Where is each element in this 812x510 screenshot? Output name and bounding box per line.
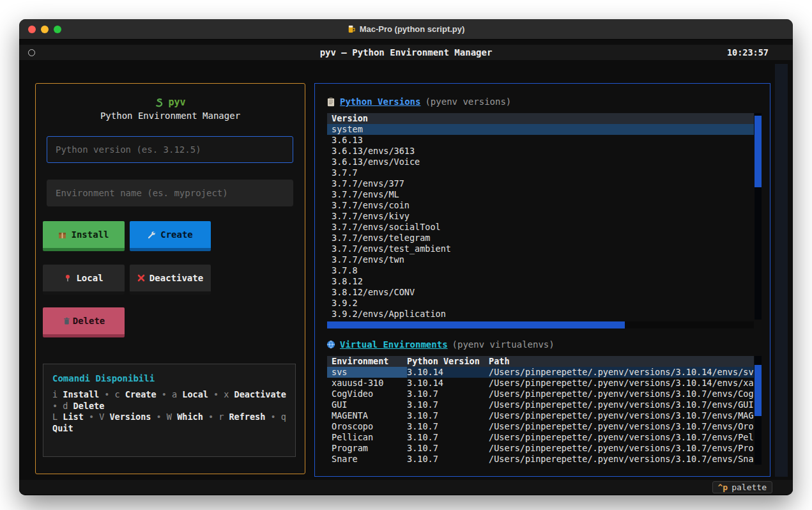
minimize-button[interactable] (41, 26, 49, 33)
version-row[interactable]: 3.7.7/envs/ML (327, 189, 754, 200)
create-button[interactable]: Create (130, 221, 211, 251)
version-row[interactable]: system (327, 124, 754, 135)
wrench-icon (148, 231, 156, 239)
venv-row[interactable]: Oroscopo3.10.7/Users/pinperepette/.pyenv… (327, 421, 754, 432)
venvs-col-environment: Environment (327, 356, 407, 367)
version-row[interactable]: 3.8.12/envs/CONV (327, 287, 754, 298)
control-panel: pyv Python Environment Manager Install (35, 83, 305, 474)
venv-row[interactable]: GUI3.10.7/Users/pinperepette/.pyenv/vers… (327, 399, 754, 410)
venv-cell: 3.10.7 (407, 389, 489, 399)
venv-cell: /Users/pinperepette/.pyenv/versions/3.10… (489, 389, 754, 399)
venvs-section-header: Virtual Environments (pyenv virtualenvs) (326, 339, 555, 350)
venv-cell: CogVideo (327, 389, 407, 399)
terminal-screen: pyv — Python Environment Manager 10:23:5… (19, 40, 793, 495)
versions-list: system3.6.133.6.13/envs/36133.6.13/envs/… (327, 124, 754, 320)
python-version-input[interactable] (47, 136, 293, 163)
version-row[interactable]: 3.9.2/envs/Application (327, 309, 754, 320)
help-title: Comandi Disponibili (52, 373, 286, 383)
venv-row[interactable]: CogVideo3.10.7/Users/pinperepette/.pyenv… (327, 389, 754, 399)
venv-row[interactable]: Pellican3.10.7/Users/pinperepette/.pyenv… (327, 432, 754, 443)
versions-horizontal-scrollbar-thumb[interactable] (327, 321, 625, 328)
deactivate-button[interactable]: Deactivate (130, 265, 211, 295)
create-button-label: Create (160, 229, 193, 240)
version-row[interactable]: 3.7.7/envs/377 (327, 178, 754, 189)
venvs-title: Virtual Environments (340, 339, 448, 350)
venv-cell: svs (327, 367, 407, 378)
deactivate-button-label: Deactivate (149, 273, 203, 283)
venv-cell: /Users/pinperepette/.pyenv/versions/3.10… (489, 410, 754, 421)
versions-column-header[interactable]: Version (327, 113, 754, 124)
versions-section-header: Python Versions (pyenv versions) (326, 97, 511, 107)
venvs-column-headers[interactable]: Environment Python Version Path (327, 356, 754, 367)
venv-cell: /Users/pinperepette/.pyenv/versions/3.10… (489, 432, 754, 443)
venv-cell: /Users/pinperepette/.pyenv/versions/3.10… (489, 378, 754, 389)
version-row[interactable]: 3.9.2 (327, 298, 754, 309)
app-footer: ^p palette (19, 480, 793, 494)
version-row[interactable]: 3.7.7/envs/socialTool (327, 222, 754, 233)
zoom-button[interactable] (54, 26, 61, 33)
help-line: i Install • c Create • a Local • x Deact… (52, 389, 286, 401)
version-row[interactable]: 3.7.7/envs/coin (327, 200, 754, 211)
versions-vertical-scrollbar[interactable] (755, 113, 762, 320)
venv-cell: MAGENTA (327, 410, 407, 421)
venv-cell: Pellican (327, 432, 407, 443)
venv-cell: 3.10.7 (407, 443, 489, 454)
window-titlebar[interactable]: Mac-Pro (python script.py) (19, 19, 793, 40)
app-subtitle: Python Environment Manager (36, 111, 305, 121)
window-title-text: Mac-Pro (python script.py) (360, 24, 465, 34)
local-button-label: Local (76, 273, 103, 283)
venvs-vertical-scrollbar-thumb[interactable] (755, 365, 762, 416)
venv-cell: 3.10.7 (407, 421, 489, 432)
versions-horizontal-scrollbar[interactable] (327, 321, 754, 328)
palette-button[interactable]: ^p palette (712, 481, 772, 493)
venv-row[interactable]: Snare3.10.7/Users/pinperepette/.pyenv/ve… (327, 454, 754, 465)
help-line: Quit (52, 423, 286, 435)
help-line: L List • V Versions • W Which • r Refres… (52, 412, 286, 423)
version-row[interactable]: 3.7.7/envs/test_ambient (327, 243, 754, 254)
pin-icon (64, 274, 72, 282)
app-logo: pyv (36, 97, 305, 108)
version-row[interactable]: 3.6.13/envs/3613 (327, 146, 754, 157)
venv-row[interactable]: svs3.10.14/Users/pinperepette/.pyenv/ver… (327, 367, 754, 378)
venvs-table: Environment Python Version Path svs3.10.… (327, 356, 754, 465)
clipboard-icon (326, 97, 335, 107)
palette-label: palette (732, 483, 767, 492)
window-title: Mac-Pro (python script.py) (19, 24, 793, 34)
terminal-scrollbar[interactable] (775, 64, 788, 477)
local-button[interactable]: Local (43, 265, 125, 295)
versions-vertical-scrollbar-thumb[interactable] (755, 116, 762, 187)
venv-cell: 3.10.7 (407, 432, 489, 443)
environment-name-input[interactable] (47, 180, 293, 206)
version-row[interactable]: 3.6.13/envs/Voice (327, 157, 754, 167)
version-row[interactable]: 3.6.13 (327, 135, 754, 146)
versions-subtitle: (pyenv versions) (425, 97, 511, 107)
version-row[interactable]: 3.7.8 (327, 265, 754, 276)
venv-row[interactable]: Program3.10.7/Users/pinperepette/.pyenv/… (327, 443, 754, 454)
data-panel: Python Versions (pyenv versions) Version… (314, 83, 770, 477)
close-button[interactable] (28, 26, 36, 33)
venvs-col-python-version: Python Version (407, 356, 489, 367)
version-row[interactable]: 3.8.12 (327, 276, 754, 287)
venvs-col-path: Path (489, 356, 754, 367)
venv-row[interactable]: xauusd-3103.10.14/Users/pinperepette/.py… (327, 378, 754, 389)
venv-cell: 3.10.7 (407, 410, 489, 421)
terminal-window: Mac-Pro (python script.py) pyv — Python … (19, 19, 793, 495)
globe-icon (326, 340, 335, 349)
delete-button[interactable]: Delete (43, 307, 125, 337)
venv-row[interactable]: MAGENTA3.10.7/Users/pinperepette/.pyenv/… (327, 410, 754, 421)
install-button[interactable]: Install (43, 221, 125, 251)
venvs-list: svs3.10.14/Users/pinperepette/.pyenv/ver… (327, 367, 754, 465)
app-header: pyv — Python Environment Manager 10:23:5… (19, 45, 793, 60)
version-row[interactable]: 3.7.7/envs/telegram (327, 233, 754, 243)
venv-cell: xauusd-310 (327, 378, 407, 389)
venv-cell: /Users/pinperepette/.pyenv/versions/3.10… (489, 367, 754, 378)
version-row[interactable]: 3.7.7/envs/twn (327, 254, 754, 265)
venvs-vertical-scrollbar[interactable] (755, 356, 762, 465)
install-button-label: Install (71, 229, 109, 240)
version-row[interactable]: 3.7.7/envs/kivy (327, 211, 754, 222)
version-row[interactable]: 3.7.7 (327, 167, 754, 178)
venv-cell: 3.10.14 (407, 378, 489, 389)
versions-title: Python Versions (340, 97, 420, 107)
help-box: Comandi Disponibili i Install • c Create… (43, 364, 296, 457)
versions-table: Version system3.6.133.6.13/envs/36133.6.… (327, 113, 754, 320)
